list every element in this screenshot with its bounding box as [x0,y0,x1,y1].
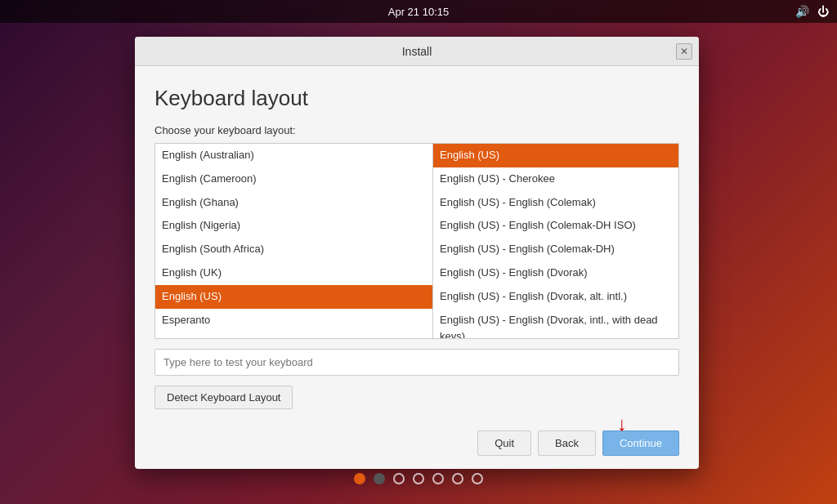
back-button[interactable]: Back [538,430,596,456]
pagination-dot[interactable] [374,473,385,484]
keyboard-layout-lists: English (Australian)English (Cameroon)En… [154,143,679,339]
pagination-dot[interactable] [413,473,424,484]
list-item[interactable]: English (US) [155,285,432,309]
keyboard-test-input[interactable] [154,349,679,376]
list-item[interactable]: English (Cameroon) [155,167,432,191]
list-item[interactable]: Esperanto [155,309,432,332]
pagination-dot[interactable] [432,473,444,484]
list-item[interactable]: English (US) - Cherokee [433,167,678,191]
section-label: Choose your keyboard layout: [154,124,679,136]
topbar: Apr 21 10:15 🔊 ⏻ [0,0,837,23]
pagination-dot[interactable] [452,473,463,484]
list-item[interactable]: English (US) - English (Colemak-DH ISO) [433,214,678,238]
list-item[interactable]: English (US) - English (Dvorak, intl., w… [433,309,678,338]
list-item[interactable]: English (Ghana) [155,191,432,215]
pagination-dot[interactable] [472,473,483,484]
list-item[interactable]: English (US) [433,144,678,167]
list-item[interactable]: English (US) - English (Dvorak) [433,261,678,285]
language-list[interactable]: English (Australian)English (Cameroon)En… [155,144,433,338]
dialog-body: Keyboard layout Choose your keyboard lay… [135,66,699,422]
list-item[interactable]: English (Nigeria) [155,214,432,238]
quit-button[interactable]: Quit [477,430,531,456]
list-item[interactable]: English (UK) [155,261,432,285]
topbar-datetime: Apr 21 10:15 [0,6,837,18]
list-item[interactable]: English (Australian) [155,144,432,167]
power-icon[interactable]: ⏻ [817,5,829,18]
variant-list[interactable]: English (US)English (US) - CherokeeEngli… [433,144,678,338]
pagination-dot[interactable] [393,473,405,484]
list-item[interactable]: English (US) - English (Dvorak, alt. int… [433,285,678,309]
list-item[interactable]: English (US) - English (Colemak) [433,191,678,215]
sound-icon[interactable]: 🔊 [795,5,809,18]
dialog-close-button[interactable]: ✕ [676,43,692,60]
pagination-dot[interactable] [354,473,365,484]
dialog-titlebar: Install ✕ [135,37,699,66]
detect-layout-button[interactable]: Detect Keyboard Layout [154,386,293,409]
list-item[interactable]: English (US) - English (Colemak-DH) [433,238,678,261]
list-item[interactable]: English (South Africa) [155,238,432,261]
page-title: Keyboard layout [154,86,679,111]
arrow-indicator: ↓ [617,414,627,434]
dialog-title: Install [402,45,432,58]
install-dialog: Install ✕ Keyboard layout Choose your ke… [135,37,699,469]
list-item[interactable]: Estonian [155,332,432,338]
continue-button[interactable]: Continue [602,430,679,456]
pagination [0,462,837,491]
